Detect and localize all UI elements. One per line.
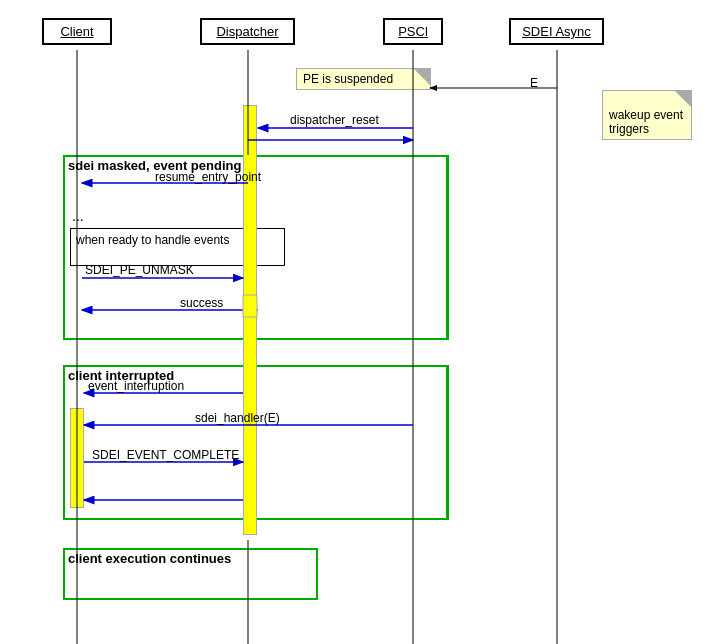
lifeline-client: Client <box>42 18 112 45</box>
label-sdei-event-complete: SDEI_EVENT_COMPLETE <box>92 448 239 462</box>
note-wakeup: wakeup event triggers <box>602 90 692 140</box>
label-sdei-handler: sdei_handler(E) <box>195 411 280 425</box>
activation-client-1 <box>70 408 84 508</box>
label-resume-entry: resume_entry_point <box>155 170 261 184</box>
label-event-interruption: event_interruption <box>88 379 184 393</box>
lifeline-dispatcher: Dispatcher <box>200 18 295 45</box>
dots: ... <box>72 208 84 224</box>
label-dispatcher-reset: dispatcher_reset <box>290 113 379 127</box>
label-success: success <box>180 296 223 310</box>
frame-when-ready-label: when ready to handle events <box>76 233 229 247</box>
note-pe-suspended: PE is suspended <box>296 68 431 90</box>
label-sdei-pe-unmask: SDEI_PE_UNMASK <box>85 263 194 277</box>
frame-client-execution-label: client execution continues <box>68 551 231 566</box>
label-e: E <box>530 76 538 90</box>
sequence-diagram: Client Dispatcher PSCl SDEI Async PE is … <box>0 0 706 644</box>
lifeline-psci: PSCl <box>383 18 443 45</box>
lifeline-sdei: SDEI Async <box>509 18 604 45</box>
